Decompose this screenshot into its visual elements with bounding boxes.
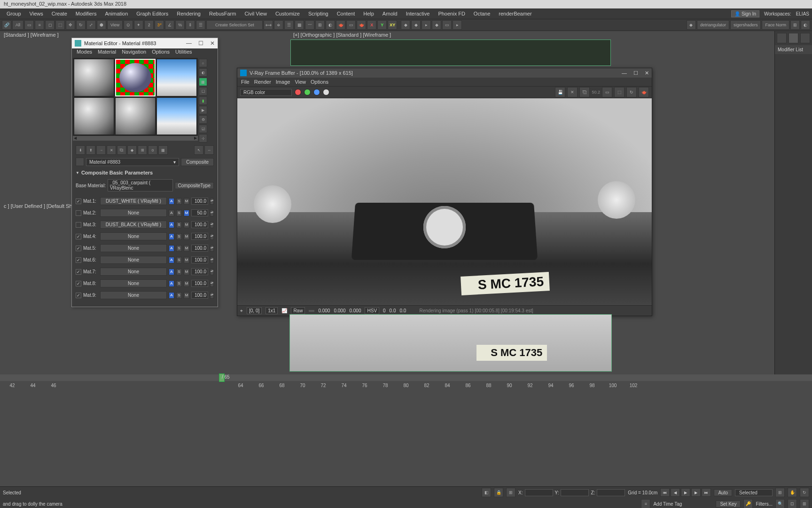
maximize-icon[interactable]: ☐ (198, 40, 203, 47)
duplicate-icon[interactable]: ⿻ (579, 87, 590, 97)
link-icon[interactable]: 🔗 (2, 20, 11, 30)
pick-material-icon[interactable] (76, 158, 84, 166)
mat-enable-checkbox[interactable] (76, 210, 81, 216)
menu-create[interactable]: Create (48, 10, 71, 17)
layer-icon[interactable]: ☰ (284, 20, 294, 30)
spinner-arrows-icon[interactable]: ▴▾ (210, 198, 214, 205)
render-setup-icon[interactable]: 🫖 (336, 20, 345, 30)
create-tab-icon[interactable] (777, 33, 787, 43)
get-material-icon[interactable]: ⬇ (76, 145, 85, 155)
vfb-menu-render[interactable]: Render (254, 79, 271, 85)
spinner-arrows-icon[interactable]: ▴▾ (210, 280, 214, 287)
paint-select-icon[interactable]: ⬚ (55, 20, 65, 30)
put-to-lib-icon[interactable]: ⊞ (138, 145, 147, 155)
mat-s-button[interactable]: S (176, 233, 182, 240)
mat-a-button[interactable]: A (169, 210, 174, 216)
mat-map-button[interactable]: None (100, 232, 167, 240)
save-image-icon[interactable]: 💾 (555, 87, 565, 97)
mat-s-button[interactable]: S (176, 292, 182, 299)
axis-x-button[interactable]: X (367, 20, 376, 30)
menu-arnold[interactable]: Arnold (379, 10, 401, 17)
mat-amount-spinner[interactable]: 100.0 (191, 292, 208, 299)
angle-snap-icon[interactable]: ∠ (165, 20, 174, 30)
mat-enable-checkbox[interactable] (76, 222, 81, 228)
composite-type-button[interactable]: CompositeType (175, 182, 214, 189)
sample-slot-6[interactable] (156, 97, 197, 135)
mat-a-button[interactable]: A (169, 233, 174, 240)
vfb-menu-view[interactable]: View (295, 79, 306, 85)
mat-a-button[interactable]: A (169, 280, 174, 287)
detriangulator-button[interactable]: detriangulator (697, 20, 729, 30)
mat-amount-spinner[interactable]: 100.0 (191, 256, 208, 263)
reset-map-icon[interactable]: ✕ (107, 145, 116, 155)
sample-slot-5[interactable] (115, 97, 156, 135)
move-icon[interactable]: ✥ (66, 20, 75, 30)
mat-map-button[interactable]: None (100, 244, 167, 252)
select-by-name-icon[interactable]: ≡ (35, 20, 44, 30)
me-menu-navigation[interactable]: Navigation (120, 48, 148, 57)
material-editor-titlebar[interactable]: Material Editor - Material #8883 — ☐ ✕ (72, 38, 218, 48)
menu-content[interactable]: Content (333, 10, 359, 17)
me-menu-options[interactable]: Options (150, 48, 172, 57)
misc-tool-6[interactable]: ▸ (453, 20, 462, 30)
mat-amount-spinner[interactable]: 100.0 (191, 198, 208, 205)
vfb-menu-file[interactable]: File (241, 79, 250, 85)
mat-a-button[interactable]: A (169, 222, 174, 228)
make-preview-icon[interactable]: ▶ (199, 106, 207, 114)
mat-amount-spinner[interactable]: 100.0 (191, 233, 208, 240)
rect-select-icon[interactable]: ◻ (45, 20, 55, 30)
base-material-button[interactable]: _05_003_carpaint ( VRayBlenc (108, 179, 173, 191)
plugin-btn-3[interactable]: ◐ (801, 20, 810, 30)
mat-map-button[interactable]: DUST_BLACK ( VRayMtl ) (100, 221, 167, 229)
sample-slot-1[interactable] (74, 59, 114, 96)
green-channel-icon[interactable] (304, 89, 311, 95)
channel-selector[interactable]: RGB color (240, 89, 292, 96)
assign-to-sel-icon[interactable]: → (96, 145, 106, 155)
rollout-header[interactable]: Composite Basic Parameters (76, 169, 214, 178)
time-slider-track[interactable] (0, 374, 812, 381)
close-icon[interactable]: ✕ (210, 40, 215, 47)
facenorm-button[interactable]: Face Norm (762, 20, 789, 30)
lock-icon[interactable]: 🔒 (494, 488, 503, 497)
spinner-arrows-icon[interactable]: ▴▾ (210, 233, 214, 240)
misc-tool-4[interactable]: ◆ (432, 20, 441, 30)
rotate-icon[interactable]: ↻ (76, 20, 86, 30)
mirror-icon[interactable]: ⟷ (264, 20, 273, 30)
video-check-icon[interactable]: ▮ (199, 96, 207, 105)
uv-tile-icon[interactable]: ☐ (199, 87, 207, 95)
spinner-arrows-icon[interactable]: ▴▾ (210, 210, 214, 216)
menu-animation[interactable]: Animation (101, 10, 132, 17)
selection-set-icon[interactable]: ☰ (196, 20, 205, 30)
play-icon[interactable]: ▶ (681, 488, 690, 497)
material-id-icon[interactable]: 0 (148, 145, 157, 155)
vfb-close-icon[interactable]: ✕ (645, 70, 649, 76)
menu-octane[interactable]: Octane (470, 10, 494, 17)
mat-enable-checkbox[interactable] (76, 293, 81, 298)
region-render-icon[interactable]: ▭ (602, 87, 612, 97)
mat-map-button[interactable]: None (100, 268, 167, 276)
options-icon[interactable]: ⚙ (199, 115, 207, 124)
spinner-arrows-icon[interactable]: ▴▾ (210, 222, 214, 228)
make-copy-icon[interactable]: ⿻ (117, 145, 126, 155)
mat-map-button[interactable]: None (100, 279, 167, 287)
mat-s-button[interactable]: S (176, 198, 182, 205)
manipulate-icon[interactable]: ✦ (134, 20, 143, 30)
red-channel-icon[interactable] (295, 89, 301, 95)
menu-customize[interactable]: Customize (272, 10, 304, 17)
menu-phoenixfd[interactable]: Phoenix FD (434, 10, 468, 17)
vfb-menu-options[interactable]: Options (311, 79, 328, 85)
mat-amount-spinner[interactable]: 100.0 (191, 221, 208, 228)
goto-end-icon[interactable]: ⏭ (702, 488, 711, 497)
sample-slot-3[interactable] (156, 59, 197, 96)
align-icon[interactable]: ≑ (274, 20, 283, 30)
keyfilter-selected[interactable]: Selected (735, 489, 773, 496)
vfb-space[interactable]: HSV (365, 307, 379, 314)
mat-m-button[interactable]: M (184, 233, 189, 240)
sample-slot-4[interactable] (74, 97, 114, 135)
orbit-icon[interactable]: ↻ (800, 488, 809, 497)
mat-enable-checkbox[interactable] (76, 269, 81, 275)
mat-a-button[interactable]: A (169, 198, 174, 205)
percent-snap-icon[interactable]: % (175, 20, 185, 30)
mat-m-button[interactable]: M (184, 210, 189, 216)
material-type-button[interactable]: Composite (181, 158, 214, 166)
